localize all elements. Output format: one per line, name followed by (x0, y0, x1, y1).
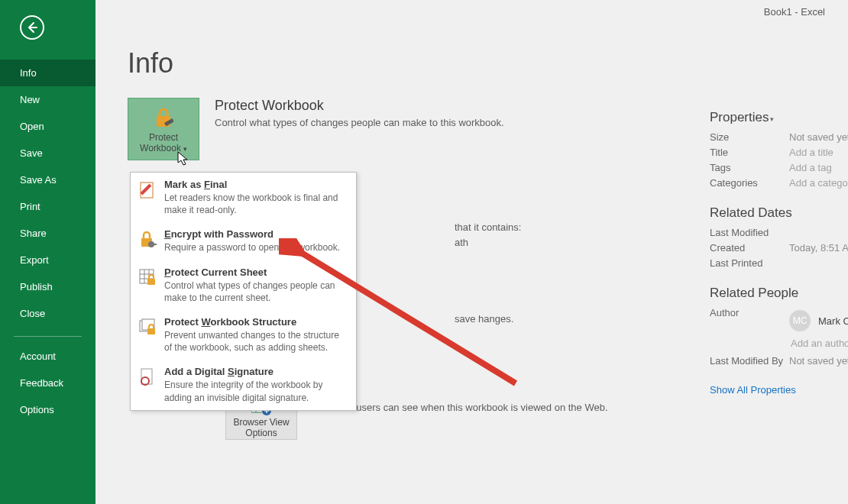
sidebar-item-share[interactable]: Share (0, 220, 95, 247)
date-label-last modified: Last Modified (710, 227, 789, 238)
svg-rect-18 (147, 328, 155, 334)
protect-desc: Control what types of changes people can… (215, 117, 504, 128)
encrypt-icon (137, 230, 158, 251)
obscured-text: that it contains: (455, 221, 521, 233)
sidebar-item-account[interactable]: Account (0, 343, 95, 370)
show-all-properties-link[interactable]: Show All Properties (710, 384, 796, 396)
author-label: Author (710, 307, 789, 349)
svg-rect-19 (141, 369, 152, 384)
protect-workbook-button[interactable]: Protect Workbook▾ (128, 98, 199, 160)
protect-workbook-menu: Mark as FinalLet readers know the workbo… (130, 172, 357, 411)
date-label-created: Created (710, 242, 789, 254)
last-modified-by-label: Last Modified By (710, 355, 789, 367)
prop-label-tags: Tags (710, 162, 789, 173)
menu-item-desc: Let readers know the workbook is final a… (164, 192, 348, 216)
menu-item-title: Add a Digital Signature (164, 366, 348, 377)
svg-rect-15 (147, 279, 155, 285)
back-arrow-icon (26, 21, 38, 34)
sidebar-item-close[interactable]: Close (0, 300, 95, 327)
sidebar-item-save-as[interactable]: Save As (0, 166, 95, 193)
properties-heading-label: Properties (710, 110, 769, 124)
menu-item-title: Protect Current Sheet (164, 267, 348, 278)
mark-final-icon (137, 180, 158, 202)
menu-item-add-a-digital-signature[interactable]: Add a Digital SignatureEnsure the integr… (131, 360, 356, 409)
menu-item-title: Protect Workbook Structure (164, 316, 348, 328)
obscured-text: ath (455, 237, 468, 248)
menu-item-encrypt-with-password[interactable]: Encrypt with PasswordRequire a password … (131, 222, 356, 260)
chevron-down-icon: ▾ (770, 115, 774, 123)
protect-heading: Protect Workbook (215, 98, 504, 114)
bvo-line2: Options (245, 428, 277, 438)
obscured-text: save hanges. (455, 313, 513, 325)
menu-item-desc: Ensure the integrity of the workbook by … (164, 379, 348, 403)
prop-value-title[interactable]: Add a title (789, 147, 833, 158)
sidebar-item-info[interactable]: Info (0, 60, 95, 86)
prop-label-size: Size (710, 131, 789, 143)
backstage-sidebar: InfoNewOpenSaveSave AsPrintShareExportPu… (0, 0, 95, 504)
back-button[interactable] (20, 15, 44, 40)
sidebar-item-options[interactable]: Options (0, 396, 95, 423)
chevron-down-icon: ▾ (183, 145, 187, 153)
avatar: MC (789, 310, 811, 331)
menu-item-protect-current-sheet[interactable]: Protect Current SheetControl what types … (131, 260, 356, 310)
sidebar-separator (14, 336, 82, 337)
page-title: Info (128, 47, 848, 79)
date-value-created: Today, 8:51 AM (789, 242, 848, 254)
date-label-last printed: Last Printed (710, 257, 789, 269)
prop-value-tags[interactable]: Add a tag (789, 162, 832, 173)
menu-item-mark-as-final[interactable]: Mark as FinalLet readers know the workbo… (131, 173, 356, 222)
menu-item-desc: Control what types of changes people can… (164, 279, 348, 304)
sidebar-item-save[interactable]: Save (0, 140, 95, 166)
sidebar-item-export[interactable]: Export (0, 247, 95, 273)
menu-item-desc: Prevent unwanted changes to the structur… (164, 329, 348, 354)
protect-sheet-icon (137, 268, 158, 289)
sidebar-item-print[interactable]: Print (0, 193, 95, 220)
sidebar-item-publish[interactable]: Publish (0, 273, 95, 300)
prop-value-categories[interactable]: Add a category (789, 177, 848, 189)
menu-item-title: Encrypt with Password (164, 228, 348, 240)
menu-item-protect-workbook-structure[interactable]: Protect Workbook StructurePrevent unwant… (131, 310, 356, 360)
digital-sig-icon (137, 367, 158, 389)
protect-btn-line2: Workbook (140, 143, 181, 153)
add-author[interactable]: Add an author (791, 338, 848, 349)
window-title: Book1 - Excel (764, 6, 825, 18)
properties-pane: Properties▾ SizeNot saved yetTitleAdd a … (710, 110, 848, 396)
menu-item-desc: Require a password to open this workbook… (164, 241, 348, 254)
sidebar-item-new[interactable]: New (0, 86, 95, 113)
sidebar-footer-nav: AccountFeedbackOptions (0, 343, 95, 423)
sidebar-item-open[interactable]: Open (0, 113, 95, 140)
prop-label-categories: Categories (710, 177, 789, 189)
protect-btn-line1: Protect (149, 132, 178, 143)
svg-rect-9 (151, 244, 157, 245)
prop-label-title: Title (710, 147, 789, 158)
author-name[interactable]: Mark Coppock (818, 315, 848, 327)
menu-item-title: Mark as Final (164, 179, 348, 190)
related-people-heading: Related People (710, 286, 848, 301)
protect-structure-icon (137, 318, 158, 339)
last-modified-by-value: Not saved yet (789, 355, 848, 367)
bvo-line1: Browser View (233, 417, 289, 428)
related-dates-heading: Related Dates (710, 205, 848, 221)
sidebar-item-feedback[interactable]: Feedback (0, 370, 95, 396)
prop-value-size: Not saved yet (789, 131, 848, 143)
properties-heading[interactable]: Properties▾ (710, 110, 848, 125)
sidebar-nav: InfoNewOpenSaveSave AsPrintShareExportPu… (0, 60, 95, 327)
lock-icon (154, 105, 173, 132)
